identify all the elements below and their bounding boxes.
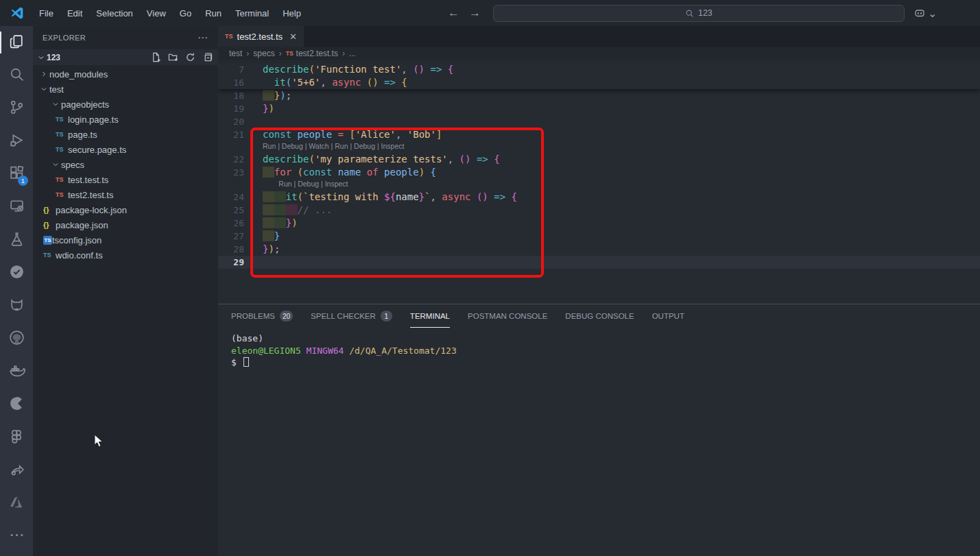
- collapse-all-icon[interactable]: [202, 52, 213, 63]
- tree-file-login-page-ts[interactable]: TSlogin.page.ts: [33, 112, 218, 127]
- tree-file-package-lock-json[interactable]: {}package-lock.json: [33, 202, 218, 217]
- tree-file-package-json[interactable]: {}package.json: [33, 217, 218, 232]
- code-editor[interactable]: 7describe('Function test', () => {16 it(…: [218, 60, 980, 304]
- codelens-links[interactable]: Run | Debug | Watch | Run | Debug | Insp…: [244, 141, 404, 153]
- activitybar-explorer[interactable]: [0, 26, 33, 59]
- code-line-26[interactable]: 26 }): [218, 217, 980, 230]
- panel-tab-output[interactable]: OUTPUT: [652, 304, 684, 328]
- tree-file-test2-test-ts[interactable]: TStest2.test.ts: [33, 187, 218, 202]
- forward-arrow-icon[interactable]: →: [469, 6, 481, 20]
- code-text: describe('Function test', () => {: [244, 63, 453, 76]
- code-line-21[interactable]: 21const people = ['Alice', 'Bob']: [218, 128, 980, 141]
- activitybar-testing[interactable]: [0, 223, 33, 256]
- copilot-menu[interactable]: ⌄: [914, 7, 937, 20]
- menu-selection[interactable]: Selection: [90, 5, 139, 21]
- menu-file[interactable]: File: [33, 5, 60, 21]
- activitybar-github[interactable]: [0, 322, 33, 355]
- tree-file-test-test-ts[interactable]: TStest.test.ts: [33, 172, 218, 187]
- code-line-19[interactable]: 19}): [218, 102, 980, 115]
- panel-tab-postman-console[interactable]: POSTMAN CONSOLE: [468, 304, 547, 328]
- line-number: 29: [218, 256, 244, 269]
- panel-tab-spell-checker[interactable]: SPELL CHECKER1: [311, 304, 392, 328]
- back-arrow-icon[interactable]: ←: [448, 6, 459, 20]
- editor-region: TS test2.test.ts ✕ test›specs›TStest2.te…: [218, 26, 980, 556]
- search-icon: [8, 66, 25, 86]
- code-line-28[interactable]: 28});: [218, 243, 980, 256]
- breadcrumb-item[interactable]: specs: [253, 49, 274, 58]
- menu-terminal[interactable]: Terminal: [229, 5, 275, 21]
- breadcrumb-item[interactable]: ...: [349, 49, 356, 58]
- panel-tab-problems[interactable]: PROBLEMS20: [231, 304, 293, 328]
- tree-folder-specs[interactable]: specs: [33, 157, 218, 172]
- code-text: });: [244, 243, 280, 256]
- workspace-section-header[interactable]: 123: [33, 49, 218, 65]
- tree-folder-pageobjects[interactable]: pageobjects: [33, 97, 218, 112]
- code-line-25[interactable]: 25 // ...: [218, 204, 980, 217]
- tree-file-page-ts[interactable]: TSpage.ts: [33, 127, 218, 142]
- activitybar-extensions[interactable]: 1: [0, 158, 33, 191]
- menu-view[interactable]: View: [141, 5, 172, 21]
- github-icon: [8, 329, 25, 349]
- braces-file-icon: {}: [43, 221, 56, 229]
- tab-test2-test-ts[interactable]: TS test2.test.ts ✕: [218, 26, 304, 47]
- panel-tab-terminal[interactable]: TERMINAL: [410, 304, 450, 328]
- explorer-sidebar: EXPLORER ⋯ 123 node_modulestestpageobjec…: [33, 26, 218, 556]
- code-line-29[interactable]: 29: [218, 256, 980, 269]
- activitybar-pie-circle-extension[interactable]: [0, 388, 33, 421]
- tree-folder-node-modules[interactable]: node_modules: [33, 67, 218, 82]
- check-circle-icon: [8, 263, 25, 283]
- azure-icon: [8, 494, 25, 513]
- line-number: 7: [218, 63, 244, 76]
- explorer-title: EXPLORER: [43, 34, 86, 42]
- code-line-20[interactable]: 20: [218, 115, 980, 128]
- gutter: [218, 179, 244, 191]
- code-text: }): [244, 217, 298, 230]
- close-icon[interactable]: ✕: [289, 32, 297, 42]
- code-line-24[interactable]: 24 it(`testing with ${name}`, async () =…: [218, 191, 980, 204]
- activitybar-check-circle-extension[interactable]: [0, 256, 33, 289]
- menu-help[interactable]: Help: [276, 5, 307, 21]
- command-search-box[interactable]: 123: [493, 5, 905, 22]
- code-line-16[interactable]: 16 it('5+6', async () => {: [218, 76, 980, 89]
- tree-item-label: package-lock.json: [56, 205, 127, 215]
- line-number: 18: [218, 89, 244, 102]
- activitybar-remote-explorer[interactable]: [0, 191, 33, 223]
- breadcrumb-item[interactable]: TStest2.test.ts: [286, 49, 338, 58]
- tree-file-secure-page-ts[interactable]: TSsecure.page.ts: [33, 142, 218, 157]
- codelens-links[interactable]: Run | Debug | Inspect: [244, 179, 348, 191]
- activitybar-azure[interactable]: [0, 487, 33, 520]
- terminal-line: $: [231, 356, 980, 369]
- activitybar-docker[interactable]: [0, 355, 33, 388]
- codelens-row[interactable]: Run | Debug | Inspect: [218, 179, 980, 191]
- menu-go[interactable]: Go: [174, 5, 198, 21]
- panel-tab-debug-console[interactable]: DEBUG CONSOLE: [565, 304, 634, 328]
- activitybar-run-and-debug[interactable]: [0, 125, 33, 158]
- explorer-more-icon[interactable]: ⋯: [198, 32, 208, 44]
- activitybar-search[interactable]: [0, 59, 33, 92]
- code-line-18[interactable]: 18 });: [218, 89, 980, 102]
- code-line-23[interactable]: 23 for (const name of people) {: [218, 166, 980, 179]
- terminal-output[interactable]: (base)eleon@LEGION5 MINGW64 /d/QA_A/Test…: [218, 328, 980, 369]
- pie-circle-icon: [8, 395, 25, 415]
- activitybar-cat-extension[interactable]: [0, 289, 33, 322]
- activitybar-live-share[interactable]: [0, 454, 33, 487]
- tree-item-label: test: [49, 84, 64, 95]
- refresh-icon[interactable]: [184, 52, 195, 63]
- activitybar-figma-extension[interactable]: [0, 421, 33, 454]
- tree-file-wdio-conf-ts[interactable]: TSwdio.conf.ts: [33, 247, 218, 263]
- tree-folder-test[interactable]: test: [33, 82, 218, 97]
- menu-edit[interactable]: Edit: [61, 5, 88, 21]
- tree-file-tsconfig-json[interactable]: TStsconfig.json: [33, 232, 218, 247]
- codelens-row[interactable]: Run | Debug | Watch | Run | Debug | Insp…: [218, 141, 980, 153]
- new-file-icon[interactable]: [150, 52, 161, 63]
- code-line-22[interactable]: 22describe('my parameterize tests', () =…: [218, 153, 980, 166]
- activitybar-source-control[interactable]: [0, 92, 33, 125]
- breadcrumb-item[interactable]: test: [229, 49, 242, 58]
- code-lines: 18 });19})2021const people = ['Alice', '…: [218, 89, 980, 269]
- code-line-7[interactable]: 7describe('Function test', () => {: [218, 63, 980, 76]
- vscode-logo-icon: [10, 5, 25, 21]
- activitybar-more-actions[interactable]: [0, 520, 33, 553]
- menu-run[interactable]: Run: [199, 5, 228, 21]
- new-folder-icon[interactable]: [167, 52, 178, 63]
- code-line-27[interactable]: 27 }: [218, 230, 980, 243]
